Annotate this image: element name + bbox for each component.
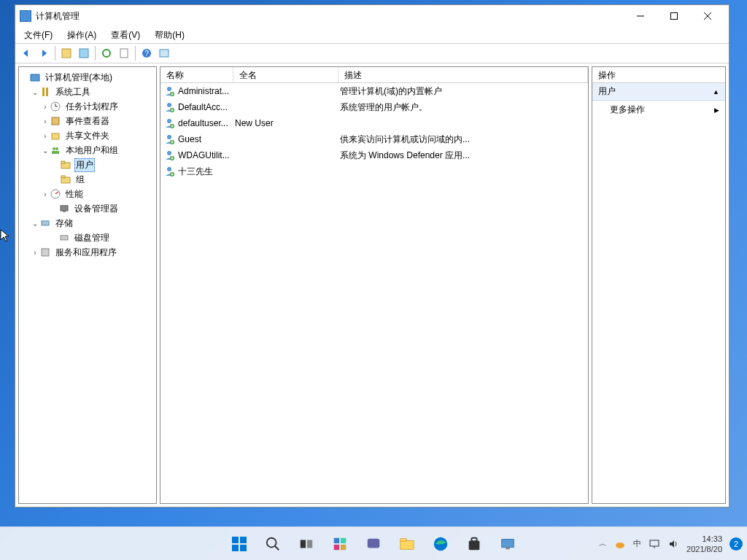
menu-action[interactable]: 操作(A): [63, 28, 101, 43]
close-button[interactable]: [691, 5, 724, 27]
tree-storage[interactable]: ⌄存储: [20, 216, 155, 230]
svg-rect-58: [400, 538, 406, 541]
user-desc: 供来宾访问计算机或访问域的内...: [340, 133, 588, 146]
notification-badge[interactable]: 2: [729, 537, 743, 551]
tree-task-scheduler[interactable]: ›任务计划程序: [20, 99, 155, 114]
tree-local-users-groups[interactable]: ⌄本地用户和组: [20, 143, 155, 158]
properties-button[interactable]: [76, 45, 92, 61]
forward-button[interactable]: [36, 45, 52, 61]
export-button[interactable]: [116, 45, 132, 61]
svg-rect-31: [42, 249, 49, 256]
actions-header: 操作: [592, 67, 725, 83]
svg-rect-55: [341, 544, 346, 549]
explorer-button[interactable]: [392, 529, 422, 559]
col-desc[interactable]: 描述: [338, 67, 588, 82]
tree-services-apps[interactable]: ›服务和应用程序: [20, 245, 155, 260]
svg-rect-62: [502, 539, 514, 547]
tree-performance[interactable]: ›性能: [20, 187, 155, 201]
show-hide-button[interactable]: [156, 45, 172, 61]
actions-section-users[interactable]: 用户 ▲: [592, 83, 725, 101]
help-button[interactable]: ?: [139, 45, 155, 61]
col-full[interactable]: 全名: [233, 67, 338, 82]
user-name: Administrat...: [178, 86, 235, 96]
user-name: defaultuser...: [178, 118, 235, 128]
tree-users[interactable]: 用户: [20, 158, 155, 172]
svg-rect-11: [31, 74, 39, 81]
menubar: 文件(F) 操作(A) 查看(V) 帮助(H): [15, 27, 729, 43]
user-fullname: New User: [235, 118, 340, 128]
window-title: 计算机管理: [36, 10, 624, 23]
tree-disk-management[interactable]: 磁盘管理: [20, 230, 155, 245]
svg-point-36: [167, 119, 171, 123]
onedrive-icon[interactable]: [614, 538, 626, 550]
cursor-icon: [0, 229, 12, 244]
user-row[interactable]: defaultuser...New User: [160, 115, 588, 131]
list-body[interactable]: Administrat...管理计算机(域)的内置帐户DefaultAcc...…: [160, 83, 588, 503]
col-name[interactable]: 名称: [160, 67, 233, 82]
network-icon[interactable]: [649, 538, 660, 550]
titlebar[interactable]: 计算机管理: [15, 5, 729, 27]
tree-system-tools[interactable]: ⌄系统工具: [20, 85, 155, 99]
actions-more[interactable]: 更多操作 ▶: [592, 101, 725, 119]
clock[interactable]: 14:33 2021/8/20: [686, 534, 722, 554]
svg-point-48: [267, 537, 276, 547]
tree-shared-folders[interactable]: ›共享文件夹: [20, 128, 155, 143]
user-row[interactable]: Guest供来宾访问计算机或访问域的内...: [160, 131, 588, 147]
back-button[interactable]: [18, 45, 34, 61]
user-desc: 管理计算机(域)的内置帐户: [340, 85, 588, 98]
user-row[interactable]: DefaultAcc...系统管理的用户帐户。: [160, 99, 588, 115]
tree-device-manager[interactable]: 设备管理器: [20, 201, 155, 216]
start-button[interactable]: [225, 529, 254, 559]
volume-icon[interactable]: [667, 538, 679, 550]
svg-rect-50: [301, 540, 306, 548]
svg-rect-4: [62, 49, 71, 58]
svg-rect-17: [52, 117, 59, 125]
tree-groups[interactable]: 组: [20, 172, 155, 187]
user-name: 十三先生: [178, 166, 235, 178]
tree-pane[interactable]: 计算机管理(本地) ⌄系统工具 ›任务计划程序 ›事件查看器 ›共享文件夹 ⌄本…: [18, 66, 157, 504]
user-row[interactable]: WDAGUtilit...系统为 Windows Defender 应用...: [160, 147, 588, 163]
svg-point-6: [103, 50, 110, 57]
user-row[interactable]: Administrat...管理计算机(域)的内置帐户: [160, 83, 588, 99]
widgets-button[interactable]: [325, 529, 355, 559]
minimize-button[interactable]: [624, 5, 657, 27]
maximize-button[interactable]: [657, 5, 691, 27]
tray-chevron-icon[interactable]: ︿: [599, 538, 607, 549]
list-header[interactable]: 名称 全名 描述: [160, 67, 588, 83]
user-row[interactable]: 十三先生: [160, 163, 588, 179]
svg-rect-27: [61, 206, 68, 211]
computer-management-window: 计算机管理 文件(F) 操作(A) 查看(V) 帮助(H) ? 计算机管理(本地…: [15, 4, 729, 508]
store-button[interactable]: [460, 529, 489, 559]
user-icon: [163, 133, 175, 145]
refresh-button[interactable]: [98, 45, 115, 61]
svg-rect-1: [671, 13, 678, 20]
tree-root[interactable]: 计算机管理(本地): [20, 70, 155, 85]
ime-indicator[interactable]: 中: [633, 538, 641, 549]
up-button[interactable]: [58, 45, 74, 61]
svg-rect-45: [240, 537, 247, 543]
svg-rect-5: [80, 49, 88, 58]
menu-help[interactable]: 帮助(H): [150, 28, 189, 43]
svg-rect-57: [400, 540, 414, 549]
app-compmgmt-button[interactable]: [493, 529, 522, 559]
svg-point-34: [167, 103, 171, 107]
user-desc: 系统管理的用户帐户。: [340, 101, 588, 114]
svg-rect-54: [334, 544, 339, 549]
svg-rect-30: [61, 236, 68, 240]
svg-rect-10: [160, 50, 169, 57]
svg-rect-52: [334, 537, 339, 542]
svg-rect-56: [368, 538, 380, 548]
tree-event-viewer[interactable]: ›事件查看器: [20, 114, 155, 128]
svg-point-38: [167, 135, 171, 139]
svg-rect-44: [232, 537, 239, 543]
edge-button[interactable]: [426, 529, 455, 559]
taskview-button[interactable]: [292, 529, 321, 559]
user-icon: [163, 117, 175, 129]
chat-button[interactable]: [359, 529, 388, 559]
clock-time: 14:33: [686, 534, 722, 544]
taskbar[interactable]: ︿ 中 14:33 2021/8/20 2: [0, 526, 747, 560]
menu-view[interactable]: 查看(V): [107, 28, 144, 43]
search-button[interactable]: [258, 529, 287, 559]
menu-file[interactable]: 文件(F): [20, 28, 57, 43]
svg-rect-46: [232, 545, 239, 551]
